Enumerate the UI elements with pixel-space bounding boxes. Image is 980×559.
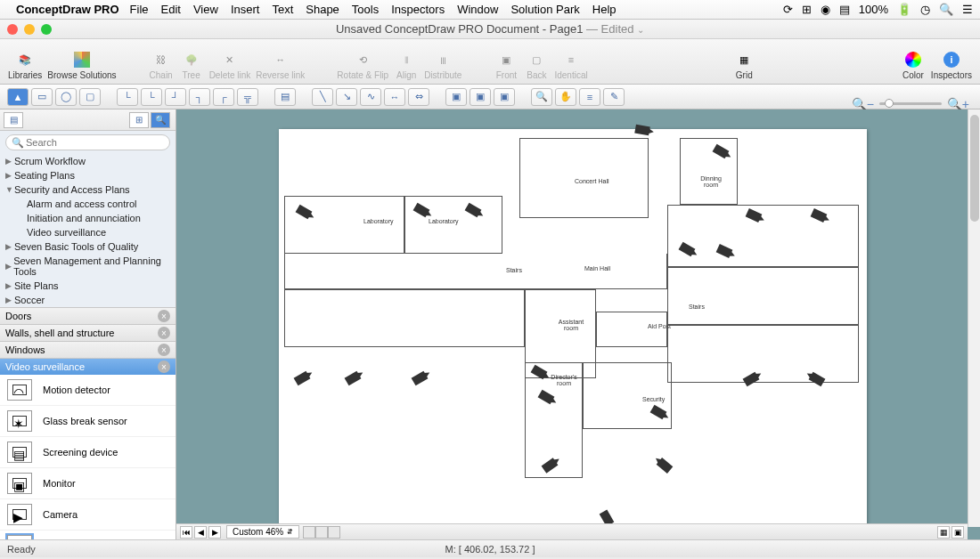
tool-dimension[interactable]: ↔ — [384, 88, 405, 106]
tool-group2[interactable]: ▣ — [470, 88, 491, 106]
close-icon[interactable]: × — [158, 344, 170, 356]
tool-connector-4[interactable]: ┐ — [189, 88, 210, 106]
shape-screening[interactable]: ▤Screening device — [0, 437, 176, 468]
canvas[interactable]: Concert Hall Dinning room Laboratory Lab… — [176, 109, 980, 539]
menu-solution-park[interactable]: Solution Park — [510, 3, 579, 16]
tool-connector-3[interactable]: ┘ — [165, 88, 186, 106]
wifi-icon[interactable]: ◉ — [821, 3, 830, 16]
menu-help[interactable]: Help — [592, 3, 617, 16]
zoom-combo[interactable]: Custom 46%⇵ — [226, 525, 299, 539]
menu-file[interactable]: File — [130, 3, 149, 16]
window-zoom[interactable] — [41, 24, 52, 35]
tool-connector-5[interactable]: ┌ — [213, 88, 234, 106]
grid-icon[interactable]: ⊞ — [802, 3, 812, 16]
camera-icon[interactable] — [294, 371, 311, 386]
tb-inspectors[interactable]: iInspectors — [931, 48, 972, 82]
window-close[interactable] — [7, 24, 18, 35]
chevron-down-icon[interactable]: ⌄ — [637, 25, 644, 35]
tb-rotate-flip[interactable]: ⟲Rotate & Flip — [337, 48, 388, 82]
battery-percent[interactable]: 100% — [859, 3, 888, 16]
tb-tree[interactable]: 🌳Tree — [179, 48, 204, 82]
tree-soccer[interactable]: ▶Soccer — [0, 293, 176, 307]
flag-icon[interactable]: ▤ — [839, 3, 850, 16]
tool-page[interactable]: ▤ — [274, 88, 296, 106]
tree-seating[interactable]: ▶Seating Plans — [0, 168, 176, 182]
sync-icon[interactable]: ⟳ — [783, 3, 793, 16]
menu-window[interactable]: Window — [457, 3, 498, 16]
clock-icon[interactable]: ◷ — [920, 3, 930, 16]
camera-icon[interactable] — [634, 125, 649, 136]
close-icon[interactable]: × — [158, 361, 170, 373]
menu-view[interactable]: View — [193, 3, 218, 16]
spotlight-icon[interactable]: 🔍 — [939, 3, 953, 16]
view-mode-2[interactable]: ▣ — [951, 526, 964, 539]
page-next[interactable]: ▶ — [208, 526, 221, 539]
zoom-slider[interactable] — [879, 102, 942, 105]
lib-walls[interactable]: Walls, shell and structure× — [0, 324, 176, 341]
tool-connector-6[interactable]: ╦ — [237, 88, 258, 106]
tb-browse-solutions[interactable]: Browse Solutions — [47, 48, 116, 82]
tb-grid[interactable]: ▦Grid — [731, 48, 756, 82]
search-input[interactable] — [5, 134, 170, 150]
drawing-page[interactable]: Concert Hall Dinning room Laboratory Lab… — [279, 129, 867, 528]
tb-libraries[interactable]: 📚Libraries — [8, 48, 42, 82]
sheet-tab-2[interactable] — [315, 526, 328, 539]
tool-group3[interactable]: ▣ — [494, 88, 515, 106]
tree-scrum[interactable]: ▶Scrum Workflow — [0, 154, 176, 168]
shape-motion-detector[interactable]: ◠Motion detector — [0, 375, 176, 406]
scrollbar-vertical[interactable] — [968, 109, 980, 527]
tool-line[interactable]: ╲ — [312, 88, 333, 106]
lib-windows[interactable]: Windows× — [0, 341, 176, 358]
tree-site-plans[interactable]: ▶Site Plans — [0, 279, 176, 293]
tb-color[interactable]: Color — [901, 48, 926, 82]
tool-ellipse[interactable]: ◯ — [55, 88, 77, 106]
tb-delete-link[interactable]: ✕Delete link — [209, 48, 251, 82]
page-prev[interactable]: ◀ — [194, 526, 207, 539]
tool-eyedropper[interactable]: ✎ — [603, 88, 625, 106]
menu-insert[interactable]: Insert — [231, 3, 260, 16]
tree-alarm[interactable]: Alarm and access control — [0, 197, 176, 211]
camera-icon[interactable] — [657, 458, 674, 474]
page-first[interactable]: ⏮ — [180, 526, 192, 539]
close-icon[interactable]: × — [158, 327, 170, 339]
tool-curve[interactable]: ∿ — [360, 88, 381, 106]
menu-inspectors[interactable]: Inspectors — [391, 3, 445, 16]
side-view-grid[interactable]: ⊞ — [129, 112, 149, 128]
side-tab-libs[interactable]: ▤ — [4, 112, 23, 128]
tool-hand[interactable]: ✋ — [555, 88, 576, 106]
tb-chain[interactable]: ⛓Chain — [149, 48, 174, 82]
app-name[interactable]: ConceptDraw PRO — [16, 3, 119, 16]
menu-text[interactable]: Text — [272, 3, 293, 16]
menu-shape[interactable]: Shape — [306, 3, 339, 16]
menu-edit[interactable]: Edit — [161, 3, 181, 16]
close-icon[interactable]: × — [158, 310, 170, 322]
tb-front[interactable]: ▣Front — [494, 48, 519, 82]
shape-camera-ptz[interactable]: ▶Camera P/T/Z — [0, 531, 176, 539]
tool-text[interactable]: ▢ — [79, 88, 101, 106]
tool-arrow[interactable]: ↘ — [336, 88, 357, 106]
notifications-icon[interactable]: ☰ — [962, 3, 973, 16]
tree-seven-mgmt[interactable]: ▶Seven Management and Planning Tools — [0, 254, 176, 279]
camera-icon[interactable] — [412, 371, 429, 386]
tb-reverse-link[interactable]: ↔Reverse link — [256, 48, 305, 82]
side-view-search[interactable]: 🔍 — [151, 112, 170, 128]
tool-pointer[interactable]: ▲ — [7, 88, 29, 106]
lib-video-surveillance[interactable]: Video surveillance× — [0, 358, 176, 375]
tree-video-surv[interactable]: Video surveillance — [0, 225, 176, 239]
tool-zoom-fit[interactable]: 🔍 — [531, 88, 552, 106]
tb-distribute[interactable]: ⫼Distribute — [424, 48, 461, 82]
lib-doors[interactable]: Doors× — [0, 307, 176, 324]
tb-align[interactable]: ⫴Align — [394, 48, 419, 82]
tree-security[interactable]: ▼Security and Access Plans — [0, 182, 176, 197]
doc-title[interactable]: Unsaved ConceptDraw PRO Document - Page1… — [336, 22, 644, 36]
tb-identical[interactable]: ≡Identical — [554, 48, 587, 82]
tool-rect[interactable]: ▭ — [31, 88, 53, 106]
menu-tools[interactable]: Tools — [352, 3, 379, 16]
view-mode-1[interactable]: ▦ — [937, 526, 950, 539]
tool-connector-1[interactable]: └ — [117, 88, 138, 106]
camera-icon[interactable] — [345, 371, 362, 386]
window-minimize[interactable] — [24, 24, 35, 35]
tool-stamp[interactable]: ≡ — [579, 88, 600, 106]
tree-seven-basic[interactable]: ▶Seven Basic Tools of Quality — [0, 239, 176, 254]
shape-camera[interactable]: ▶Camera — [0, 499, 176, 531]
